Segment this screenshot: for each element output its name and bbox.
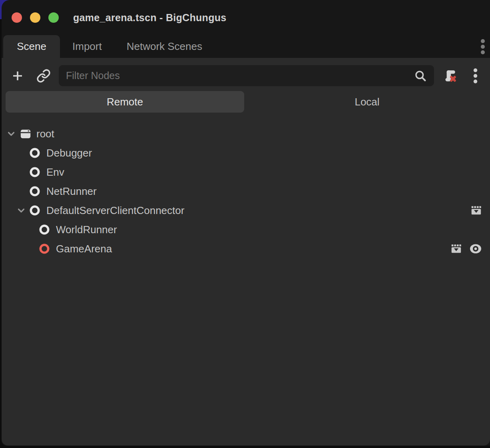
- local-toggle-button[interactable]: Local: [244, 91, 490, 113]
- titlebar: game_arena.tscn - BigChungus: [2, 0, 490, 35]
- node-label: GameArena: [56, 243, 112, 255]
- scene-toolbar: [2, 65, 490, 87]
- tree-row-defaultserverclientconnector[interactable]: DefaultServerClientConnector: [2, 201, 490, 220]
- clapperboard-icon[interactable]: [470, 204, 482, 216]
- remote-toggle-button[interactable]: Remote: [6, 91, 244, 113]
- tab-label: Import: [72, 40, 102, 53]
- window-icon: [20, 128, 32, 140]
- tab-import[interactable]: Import: [60, 35, 114, 58]
- chevron-down-icon[interactable]: [8, 131, 15, 137]
- tree-row-root[interactable]: root: [2, 124, 490, 143]
- kebab-menu-icon: [473, 68, 478, 83]
- tab-scene[interactable]: Scene: [3, 35, 60, 58]
- chevron-down-icon[interactable]: [18, 208, 25, 213]
- node-ring-icon: [30, 148, 40, 158]
- filter-nodes-input[interactable]: [59, 65, 434, 86]
- window-title: game_arena.tscn - BigChungus: [73, 12, 226, 24]
- tab-label: Network Scenes: [127, 40, 202, 53]
- scene-tree-menu-button[interactable]: [473, 68, 478, 83]
- eye-icon[interactable]: [469, 243, 482, 254]
- tab-network-scenes[interactable]: Network Scenes: [114, 35, 215, 58]
- zoom-window-button[interactable]: [48, 12, 59, 23]
- node-ring-icon: [30, 205, 40, 216]
- link-icon: [36, 69, 51, 83]
- toggle-label: Local: [355, 96, 379, 108]
- tree-row-gamearena[interactable]: GameArena: [2, 239, 490, 258]
- toggle-label: Remote: [107, 96, 143, 108]
- node-label: DefaultServerClientConnector: [46, 204, 184, 217]
- node-ring-icon-red: [39, 244, 50, 254]
- kebab-menu-icon: [480, 38, 485, 55]
- tab-label: Scene: [17, 40, 46, 53]
- traffic-lights: [12, 12, 59, 23]
- editor-window: game_arena.tscn - BigChungus Scene Impor…: [2, 0, 490, 446]
- view-toggle: Remote Local: [6, 91, 490, 113]
- instance-scene-button[interactable]: [36, 69, 51, 83]
- filter-script-clear-button[interactable]: [442, 68, 457, 83]
- tabbar-overflow-button[interactable]: [480, 38, 485, 55]
- clapperboard-icon[interactable]: [450, 243, 462, 255]
- scene-dock-panel: Remote Local ro: [2, 58, 490, 446]
- close-window-button[interactable]: [12, 12, 22, 23]
- node-ring-icon: [30, 186, 40, 196]
- node-ring-icon: [30, 167, 40, 177]
- tree-row-debugger[interactable]: Debugger: [2, 143, 490, 163]
- scene-tree: root Debugger Env: [2, 124, 490, 258]
- tree-row-env[interactable]: Env: [2, 163, 490, 182]
- node-label: NetRunner: [46, 185, 97, 198]
- tab-bar: Scene Import Network Scenes: [2, 35, 490, 58]
- filter-nodes-field: [59, 65, 434, 86]
- tree-row-worldrunner[interactable]: WorldRunner: [2, 220, 490, 239]
- tree-row-netrunner[interactable]: NetRunner: [2, 182, 490, 201]
- node-label: Env: [46, 166, 64, 178]
- script-remove-icon: [442, 68, 457, 83]
- plus-icon: [11, 69, 24, 83]
- minimize-window-button[interactable]: [30, 12, 40, 23]
- node-label: WorldRunner: [56, 224, 117, 236]
- magnifier-icon: [414, 69, 427, 82]
- add-node-button[interactable]: [11, 69, 24, 83]
- node-label: root: [36, 128, 54, 140]
- node-ring-icon: [39, 224, 50, 235]
- node-label: Debugger: [46, 147, 92, 159]
